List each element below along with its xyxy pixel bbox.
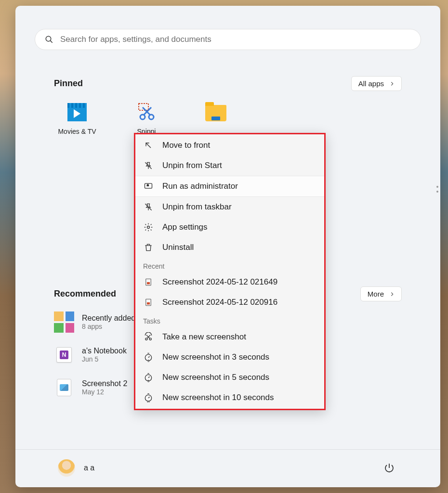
svg-point-13 <box>147 226 150 229</box>
pinned-grid: Movies & TV Snippi <box>54 102 402 135</box>
svg-line-7 <box>146 143 151 148</box>
avatar <box>58 459 75 477</box>
onenote-icon: N <box>54 345 74 365</box>
arrow-top-left-icon <box>143 140 154 151</box>
svg-rect-15 <box>147 282 150 285</box>
timer-icon: 10 <box>143 392 154 403</box>
svg-line-31 <box>148 397 150 398</box>
chevron-right-icon <box>390 291 395 297</box>
ctx-unpin-taskbar[interactable]: Unpin from taskbar <box>135 197 324 217</box>
ctx-label: New screenshot in 3 seconds <box>162 352 316 362</box>
rec-subtitle: May 12 <box>82 388 127 396</box>
ctx-task-screenshot-3s[interactable]: 3 New screenshot in 3 seconds <box>135 347 324 367</box>
ctx-recent-heading: Recent <box>135 258 324 272</box>
all-apps-button[interactable]: All apps <box>351 76 402 91</box>
ctx-label: Uninstall <box>162 243 316 252</box>
gear-icon <box>143 222 154 233</box>
power-icon <box>383 462 395 474</box>
ctx-label: Run as administrator <box>162 182 316 191</box>
image-file-icon <box>143 277 154 287</box>
ctx-label: Move to front <box>162 141 316 150</box>
all-apps-label: All apps <box>358 79 384 88</box>
unpin-icon <box>143 160 154 171</box>
search-region <box>15 6 440 60</box>
movies-tv-icon <box>66 102 88 123</box>
unpin-icon <box>143 202 154 212</box>
rec-subtitle: Jun 5 <box>82 355 127 363</box>
file-explorer-icon <box>205 102 226 123</box>
shield-icon <box>143 181 154 192</box>
ctx-unpin-start[interactable]: Unpin from Start <box>135 156 324 176</box>
ctx-move-to-front[interactable]: Move to front <box>135 135 324 156</box>
ctx-label: Screenshot 2024-05-12 020916 <box>162 298 316 307</box>
ctx-label: Unpin from taskbar <box>162 202 316 212</box>
more-button[interactable]: More <box>360 286 402 301</box>
timer-icon: 5 <box>143 372 154 383</box>
context-menu: Move to front Unpin from Start Run as ad… <box>134 133 326 410</box>
svg-line-27 <box>148 376 150 378</box>
ctx-task-screenshot-5s[interactable]: 5 New screenshot in 5 seconds <box>135 367 324 388</box>
svg-point-0 <box>46 36 51 41</box>
search-input[interactable] <box>60 35 411 44</box>
ctx-recent-item[interactable]: Screenshot 2024-05-12 021649 <box>135 272 324 292</box>
svg-rect-17 <box>147 302 150 305</box>
image-file-icon <box>143 297 154 308</box>
trash-icon <box>143 242 154 253</box>
rec-subtitle: 8 apps <box>82 323 135 330</box>
user-account-button[interactable]: a a <box>58 459 94 477</box>
timer-icon: 3 <box>143 352 154 363</box>
app-label: Movies & TV <box>58 128 96 135</box>
ctx-label: Take a new screenshot <box>162 332 316 342</box>
svg-text:10: 10 <box>147 400 150 402</box>
snipping-tool-icon <box>136 102 157 123</box>
app-tile-movies-tv[interactable]: Movies & TV <box>55 102 99 135</box>
user-name: a a <box>84 464 94 472</box>
app-tile-snipping-tool[interactable]: Snippi <box>124 102 169 135</box>
search-icon <box>45 35 53 44</box>
svg-text:3: 3 <box>147 359 149 362</box>
rec-title: Screenshot 2 <box>82 379 127 388</box>
ctx-label: New screenshot in 5 seconds <box>162 373 316 382</box>
pinned-header: Pinned All apps <box>54 76 402 91</box>
start-footer: a a <box>15 449 440 487</box>
ctx-run-as-admin[interactable]: Run as administrator <box>135 176 324 197</box>
image-file-icon <box>54 377 74 398</box>
snip-icon <box>143 332 154 342</box>
chevron-right-icon <box>390 81 395 87</box>
recommended-heading: Recommended <box>54 289 116 299</box>
pinned-section: Pinned All apps Movies & TV <box>15 60 440 135</box>
svg-line-23 <box>148 356 150 358</box>
ctx-task-screenshot-10s[interactable]: 10 New screenshot in 10 seconds <box>135 388 324 408</box>
ctx-label: Screenshot 2024-05-12 021649 <box>162 277 316 287</box>
svg-text:5: 5 <box>147 379 149 382</box>
ctx-label: New screenshot in 10 seconds <box>162 393 316 402</box>
scroll-indicator <box>436 186 438 193</box>
rec-title: a's Notebook <box>82 347 127 355</box>
ctx-tasks-heading: Tasks <box>135 312 324 327</box>
power-button[interactable] <box>381 459 398 477</box>
svg-point-19 <box>149 338 151 340</box>
more-label: More <box>368 290 384 298</box>
ctx-task-screenshot[interactable]: Take a new screenshot <box>135 327 324 347</box>
ctx-uninstall[interactable]: Uninstall <box>135 237 324 258</box>
search-bar[interactable] <box>35 29 421 50</box>
svg-point-18 <box>145 338 147 340</box>
ctx-label: Unpin from Start <box>162 161 316 170</box>
pinned-heading: Pinned <box>54 78 83 89</box>
ctx-label: App settings <box>162 222 316 232</box>
app-tile-file-explorer[interactable] <box>194 102 238 135</box>
svg-line-1 <box>51 41 53 43</box>
ctx-recent-item[interactable]: Screenshot 2024-05-12 020916 <box>135 292 324 312</box>
ctx-app-settings[interactable]: App settings <box>135 217 324 237</box>
recently-added-icon <box>54 312 74 332</box>
rec-title: Recently added <box>82 314 135 323</box>
